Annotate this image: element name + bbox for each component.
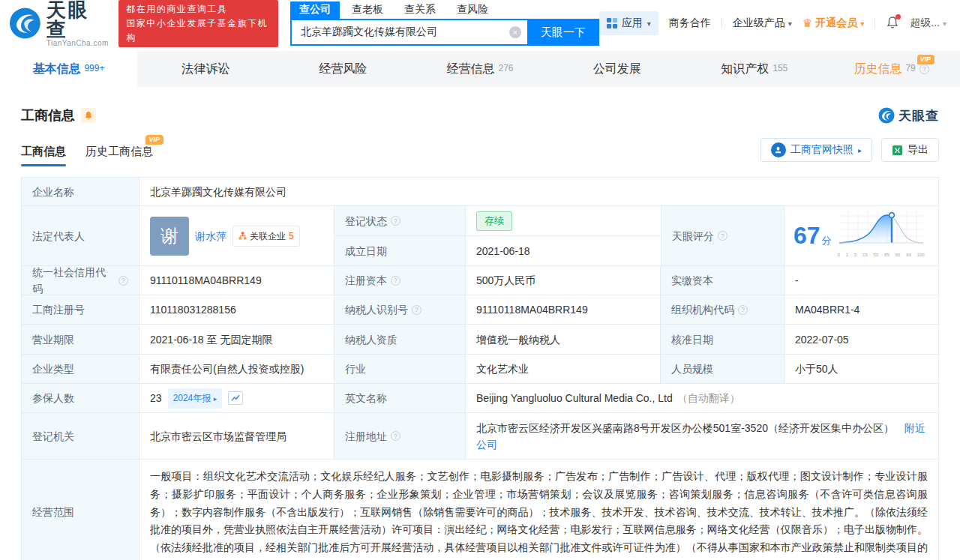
search-button[interactable]: 天眼一下 (527, 19, 599, 46)
apps-menu[interactable]: 应用 ▾ (599, 11, 658, 35)
bell-icon (84, 111, 93, 120)
clear-icon[interactable]: × (509, 26, 521, 38)
score-unit: 分 (822, 235, 832, 246)
export-label: 导出 (908, 143, 928, 157)
search-tabs: 查公司 查老板 查关系 查风险 (290, 1, 599, 19)
help-icon[interactable]: ? (391, 431, 400, 441)
score-axis-labels: 01 515 5085 9599 100 (838, 247, 925, 263)
business-info-table: 企业名称 北京羊踯躅文化传媒有限公司 法定代表人 谢 谢水萍 关联企业 5 (21, 177, 939, 560)
tab-intellectual-property[interactable]: 知识产权 155 (686, 51, 823, 87)
vip-badge: VIP (146, 135, 164, 145)
help-icon[interactable]: ? (920, 64, 929, 74)
related-companies-badge[interactable]: 关联企业 5 (232, 226, 300, 247)
related-label: 关联企业 (250, 228, 286, 244)
chevron-down-icon: ▾ (860, 19, 864, 28)
tab-label: 法律诉讼 (182, 61, 230, 77)
search-input[interactable] (301, 26, 509, 38)
excel-icon (892, 145, 903, 156)
subtab-label: 历史工商信息 (86, 145, 153, 157)
english-name-text: Beijing Yangluoluo Cultural Media Co., L… (476, 390, 673, 406)
field-label-insured-count: 参保人数 (22, 384, 140, 412)
nav-enterprise-products[interactable]: 企业级产品 ▾ (733, 16, 792, 30)
search-block: 查公司 查老板 查关系 查风险 × 天眼一下 (290, 1, 599, 46)
field-label-org-code: 组织机构代码 ? (661, 295, 784, 324)
field-label-reg-capital: 注册资本 ? (334, 266, 466, 295)
company-type-value: 有限责任公司(自然人投资或控股) (140, 355, 334, 383)
help-icon[interactable]: ? (391, 276, 400, 286)
paid-capital-value: - (784, 266, 938, 295)
field-label-taxpayer-quality: 纳税人资质 (334, 325, 466, 354)
nav-open-vip[interactable]: ♛ 开通会员 ▾ (802, 16, 864, 30)
field-label-taxpayer-id: 纳税人识别号 ? (334, 295, 466, 324)
tab-history-info[interactable]: VIP 历史信息 79 ? (823, 51, 960, 87)
search-tab-relation[interactable]: 查关系 (395, 1, 445, 19)
notification-dot (896, 14, 901, 19)
user-menu[interactable]: 超级... ▾ (910, 16, 946, 30)
subtab-business-info[interactable]: 工商信息 (21, 145, 66, 166)
brand-domain: TianYanCha.com (46, 39, 110, 47)
reg-number-value: 110118031288156 (140, 295, 334, 324)
help-icon[interactable]: ? (391, 216, 400, 226)
tab-operating-risk[interactable]: 经营风险 (274, 51, 412, 87)
help-icon[interactable]: ? (118, 276, 128, 286)
label-text: 统一社会信用代码 (32, 264, 115, 297)
monitor-bell-button[interactable] (81, 108, 96, 123)
subtab-history-business-info[interactable]: 历史工商信息 VIP (86, 145, 153, 166)
slogan-line2: 国家中小企业发展子基金旗下机构 (126, 16, 271, 45)
nav-enterprise-label: 企业级产品 (733, 16, 785, 30)
field-label-credit-code: 统一社会信用代码 ? (22, 266, 140, 295)
industry-value: 文化艺术业 (466, 355, 661, 383)
field-label-staff-size: 人员规模 (661, 355, 784, 383)
trend-chart-button[interactable] (228, 391, 243, 405)
help-icon[interactable]: ? (738, 305, 748, 315)
help-icon[interactable]: ? (718, 231, 728, 241)
notifications-bell[interactable] (886, 16, 899, 31)
field-label-english-name: 英文名称 (334, 384, 466, 412)
tab-label: 知识产权 (721, 61, 769, 77)
chevron-down-icon: ▾ (647, 19, 651, 28)
org-chart-icon (238, 232, 247, 240)
chevron-down-icon: ▾ (788, 19, 792, 28)
insured-count-value: 23 (150, 390, 162, 406)
divider (874, 18, 875, 28)
tab-legal-litigation[interactable]: 法律诉讼 (137, 51, 274, 87)
search-tab-risk[interactable]: 查风险 (448, 1, 497, 19)
reg-address-text: 北京市密云区经济开发区兴盛南路8号开发区办公楼501室-3520（经济开发区集中… (476, 422, 894, 434)
export-button[interactable]: 导出 (881, 138, 939, 162)
search-tab-boss[interactable]: 查老板 (343, 1, 392, 19)
tyc-score-cell[interactable]: 67分 (784, 206, 938, 265)
taxpayer-quality-value: 增值税一般纳税人 (466, 325, 661, 354)
legal-rep-name-link[interactable]: 谢水萍 (195, 228, 226, 244)
nav-business-cooperation[interactable]: 商务合作 (669, 16, 711, 30)
reg-capital-value: 500万人民币 (466, 266, 661, 295)
tab-count: 155 (772, 63, 788, 73)
official-snapshot-button[interactable]: 工商官网快照 ▸ (760, 138, 872, 162)
annual-report-badge[interactable]: 2024年报 ▸ (168, 388, 223, 409)
score-value: 67 (794, 222, 820, 249)
tab-basic-info[interactable]: 基本信息 999+ (0, 51, 137, 87)
field-label-business-term: 营业期限 (22, 325, 140, 354)
tab-operating-info[interactable]: 经营信息 276 (412, 51, 549, 87)
tianyancha-logo[interactable]: 天眼查 TianYanCha.com (9, 0, 110, 47)
help-icon[interactable]: ? (412, 305, 422, 315)
score-distribution-chart: 01 515 5085 9599 100 (838, 208, 925, 263)
slogan-line1: 都在用的商业查询工具 (126, 2, 271, 16)
search-tab-company[interactable]: 查公司 (290, 1, 340, 19)
user-name: 超级... (910, 16, 940, 30)
field-label-reg-number: 工商注册号 (22, 295, 140, 324)
tab-label: 基本信息 (32, 61, 80, 77)
score-curve (838, 208, 925, 246)
watermark-text: 天眼查 (898, 107, 939, 124)
tab-company-development[interactable]: 公司发展 (548, 51, 686, 87)
label-text: 登记状态 (345, 213, 387, 229)
field-label-establish-date: 成立日期 (334, 236, 466, 265)
company-name-value: 北京羊踯躅文化传媒有限公司 (140, 178, 938, 205)
apps-label: 应用 (622, 16, 643, 30)
tab-label: 历史信息 (854, 61, 902, 77)
section-title: 工商信息 (21, 106, 75, 124)
field-label-company-type: 企业类型 (22, 355, 140, 383)
legal-rep-avatar[interactable]: 谢 (150, 217, 189, 256)
tab-label: 经营信息 (446, 61, 494, 77)
label-text: 注册地址 (345, 428, 387, 445)
taxpayer-id-value: 91110118MA04BRR149 (466, 295, 661, 324)
